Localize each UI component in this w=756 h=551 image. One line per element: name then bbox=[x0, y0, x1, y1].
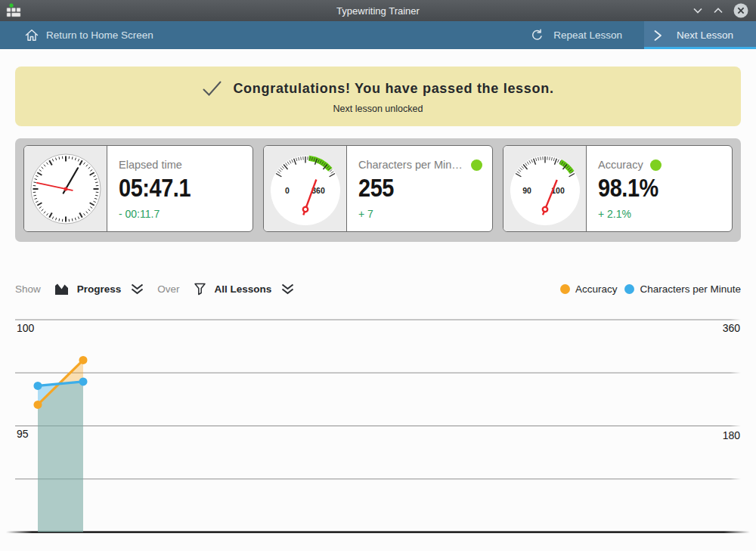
next-lesson-button[interactable]: Next Lesson bbox=[644, 21, 756, 49]
lesson-filter-select[interactable]: All Lessons bbox=[215, 283, 272, 295]
elapsed-time-value: 05:47.1 bbox=[119, 173, 243, 203]
titlebar: Typewriting Trainer bbox=[0, 0, 756, 21]
accuracy-card: 90 100 Accuracy 98.1% + 2.1% bbox=[503, 145, 733, 232]
stat-label: Characters per Min… bbox=[358, 159, 463, 171]
svg-text:0: 0 bbox=[285, 186, 290, 195]
cpm-legend-dot bbox=[624, 284, 634, 294]
status-ok-dot bbox=[471, 159, 482, 171]
home-icon bbox=[25, 29, 39, 42]
accuracy-legend-label: Accuracy bbox=[575, 283, 618, 295]
toolbar: Return to Home Screen Repeat Lesson Next… bbox=[0, 21, 756, 49]
window-title: Typewriting Trainer bbox=[0, 5, 756, 17]
clock-icon bbox=[24, 146, 107, 231]
graph-type-select[interactable]: Progress bbox=[77, 283, 122, 295]
double-chevron-down-icon[interactable] bbox=[280, 283, 295, 296]
status-ok-dot bbox=[650, 159, 662, 171]
close-icon[interactable] bbox=[733, 2, 749, 19]
maximize-icon[interactable] bbox=[712, 5, 724, 17]
accuracy-legend-dot bbox=[560, 284, 570, 294]
accuracy-delta: + 2.1% bbox=[598, 208, 722, 220]
left-axis-tick-top: 100 bbox=[17, 322, 34, 334]
return-home-button[interactable]: Return to Home Screen bbox=[0, 21, 153, 49]
cpm-value: 255 bbox=[358, 173, 482, 203]
app-icon bbox=[6, 3, 21, 18]
chart-legend: Accuracy Characters per Minute bbox=[560, 283, 741, 295]
elapsed-time-delta: - 00:11.7 bbox=[119, 208, 243, 220]
check-icon bbox=[202, 79, 222, 98]
accuracy-gauge-icon: 90 100 bbox=[503, 146, 587, 231]
over-label: Over bbox=[157, 283, 179, 295]
repeat-icon bbox=[531, 29, 544, 42]
elapsed-time-card: Elapsed time 05:47.1 - 00:11.7 bbox=[23, 145, 253, 232]
chart-controls: Show Progress Over All Lessons Accuracy … bbox=[15, 279, 741, 299]
left-axis-tick-mid: 95 bbox=[17, 428, 29, 440]
cpm-card: 0 360 Characters per Min… 255 + 7 bbox=[263, 145, 493, 232]
cpm-delta: + 7 bbox=[358, 208, 482, 220]
speed-gauge-icon: 0 360 bbox=[264, 146, 347, 231]
right-axis-tick-mid: 180 bbox=[723, 429, 740, 441]
graph-type-icon bbox=[54, 282, 70, 296]
window-controls bbox=[692, 2, 756, 19]
svg-text:90: 90 bbox=[522, 186, 531, 195]
stat-label: Elapsed time bbox=[119, 159, 182, 171]
double-chevron-down-icon[interactable] bbox=[130, 283, 144, 296]
window-shade-icon[interactable] bbox=[692, 5, 704, 17]
stats-panel: Elapsed time 05:47.1 - 00:11.7 0 360 Cha… bbox=[15, 138, 741, 242]
chevron-right-icon bbox=[653, 29, 662, 42]
banner-subtitle: Next lesson unlocked bbox=[15, 104, 741, 114]
right-axis-tick-top: 360 bbox=[723, 322, 740, 334]
repeat-lesson-button[interactable]: Repeat Lesson bbox=[518, 21, 644, 49]
accuracy-value: 98.1% bbox=[598, 173, 722, 203]
banner-title: Congratulations! You have passed the les… bbox=[233, 81, 553, 97]
filter-icon bbox=[194, 282, 206, 296]
cpm-legend-label: Characters per Minute bbox=[640, 283, 741, 295]
stat-label: Accuracy bbox=[598, 159, 643, 171]
show-label: Show bbox=[15, 283, 41, 295]
congratulations-banner: Congratulations! You have passed the les… bbox=[15, 67, 741, 126]
